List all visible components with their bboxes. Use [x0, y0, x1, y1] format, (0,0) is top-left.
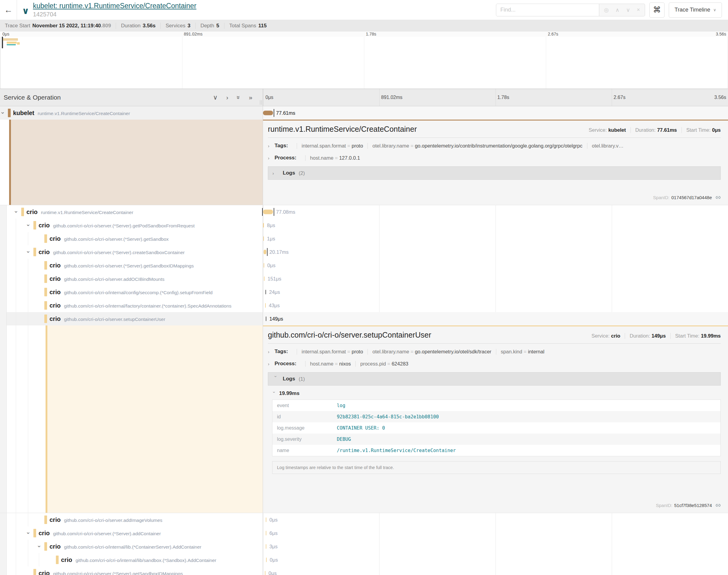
minimap-canvas[interactable]	[0, 37, 728, 89]
span-duration-label: 8μs	[267, 223, 275, 228]
span-row-timeline[interactable]: 43μs	[263, 299, 728, 312]
span-row-left[interactable]: ›kubeletruntime.v1.RuntimeService/Create…	[0, 106, 263, 120]
span-row-timeline[interactable]: 0μs	[263, 513, 728, 527]
span-row-timeline[interactable]: 8μs	[263, 218, 728, 232]
expand-chevron-icon[interactable]: ›	[0, 110, 6, 115]
span-row[interactable]: criogithub.com/cri-o/cri-o/server.(*Serv…	[0, 232, 728, 245]
accordion-process[interactable]: ›Process:host.name = nixosprocess.pid = …	[268, 358, 721, 370]
collapse-trace-chevron-icon[interactable]: ∨	[22, 5, 29, 16]
span-row-timeline[interactable]: 149μs	[263, 312, 728, 326]
span-row[interactable]: criogithub.com/cri-o/cri-o/internal/lib/…	[0, 553, 728, 567]
expand-chevron-icon[interactable]: ›	[13, 209, 20, 214]
span-row-left[interactable]: criogithub.com/cri-o/cri-o/server.(*Serv…	[0, 567, 263, 575]
span-row-timeline[interactable]: 151μs	[263, 272, 728, 285]
span-row-left[interactable]: criogithub.com/cri-o/cri-o/internal/fact…	[0, 299, 263, 312]
detail-title-row: github.com/cri-o/cri-o/server.setupConta…	[268, 331, 721, 339]
keyboard-shortcuts-button[interactable]: ⌘	[649, 2, 664, 18]
expand-chevron-icon[interactable]: ›	[25, 223, 32, 228]
span-row-left[interactable]: ›criogithub.com/cri-o/cri-o/server.(*Ser…	[0, 218, 263, 232]
span-row[interactable]: ›criogithub.com/cri-o/cri-o/server.(*Ser…	[0, 245, 728, 259]
total-spans-value: 115	[259, 23, 267, 29]
span-row-timeline[interactable]: 0μs	[263, 567, 728, 575]
next-result-icon[interactable]: ∨	[626, 7, 630, 13]
span-row[interactable]: criogithub.com/cri-o/cri-o/server.setupC…	[0, 312, 728, 326]
clear-search-icon[interactable]: ×	[637, 7, 640, 13]
span-row[interactable]: ›criogithub.com/cri-o/cri-o/internal/lib…	[0, 540, 728, 553]
trace-summary-bar: Trace Start November 15 2022, 11:19:40.8…	[0, 20, 728, 32]
span-row-labels: criogithub.com/cri-o/cri-o/server.(*Serv…	[39, 530, 161, 537]
minimap-scrubber-handle[interactable]	[2, 37, 3, 48]
log-field-value[interactable]: log	[337, 403, 345, 408]
span-duration-label: 0μs	[269, 517, 277, 523]
indent-gutter	[0, 527, 7, 540]
span-row-left[interactable]: ›crioruntime.v1.RuntimeService/CreateCon…	[0, 205, 263, 218]
depth-label: Depth	[200, 23, 214, 29]
log-field-value[interactable]: CONTAINER USER: 0	[337, 425, 385, 431]
expand-all-icon[interactable]: »	[249, 94, 253, 101]
trace-view-selector[interactable]: Trace Timeline ∨	[669, 2, 722, 18]
collapse-one-icon[interactable]: ∨	[213, 94, 218, 101]
span-duration-label: 24μs	[269, 289, 280, 295]
log-field-value[interactable]: DEBUG	[337, 437, 351, 442]
find-input[interactable]	[496, 4, 599, 16]
span-row-left[interactable]: criogithub.com/cri-o/cri-o/server.addOCI…	[0, 272, 263, 285]
span-row[interactable]: criogithub.com/cri-o/cri-o/server.addIma…	[0, 513, 728, 527]
span-row-left[interactable]: criogithub.com/cri-o/cri-o/server.(*Serv…	[0, 259, 263, 272]
prev-result-icon[interactable]: ∧	[615, 7, 619, 13]
span-row[interactable]: criogithub.com/cri-o/cri-o/server.(*Serv…	[0, 567, 728, 575]
overview-item: Service:crio	[587, 333, 620, 339]
collapse-all-icon[interactable]: »	[235, 96, 242, 99]
column-resizer-handle[interactable]	[260, 100, 262, 105]
span-row[interactable]: ›criogithub.com/cri-o/cri-o/server.(*Ser…	[0, 527, 728, 540]
span-row-timeline[interactable]: 0μs	[263, 553, 728, 567]
span-row-timeline[interactable]: 20.17ms	[263, 245, 728, 259]
deep-link-icon[interactable]	[716, 195, 721, 200]
span-row-timeline[interactable]: 6μs	[263, 527, 728, 540]
logs-accordion-header[interactable]: ›Logs(2)	[268, 166, 721, 180]
section-label: Process:	[274, 155, 296, 161]
span-row[interactable]: criogithub.com/cri-o/cri-o/internal/fact…	[0, 299, 728, 312]
minimap-tick-label: 3.56s	[716, 32, 726, 36]
span-row-timeline[interactable]: 1μs	[263, 232, 728, 245]
expand-chevron-icon[interactable]: ›	[25, 249, 32, 255]
span-row-left[interactable]: criogithub.com/cri-o/cri-o/server.setupC…	[0, 312, 263, 326]
detail-tint-region	[11, 120, 263, 205]
log-entry-header[interactable]: ›19.99ms	[272, 391, 721, 397]
span-row-timeline[interactable]: 77.08ms	[263, 205, 728, 218]
span-row-left[interactable]: criogithub.com/cri-o/cri-o/server.(*Serv…	[0, 232, 263, 245]
trace-title-link[interactable]: kubelet: runtime.v1.RuntimeService/Creat…	[33, 2, 196, 10]
expand-one-icon[interactable]: ›	[226, 94, 228, 101]
back-button[interactable]: ←	[0, 0, 17, 20]
span-row-left[interactable]: criogithub.com/cri-o/cri-o/server.addIma…	[0, 513, 263, 527]
log-field-value[interactable]: /runtime.v1.RuntimeService/CreateContain…	[337, 448, 456, 453]
span-row-left[interactable]: ›criogithub.com/cri-o/cri-o/server.(*Ser…	[0, 527, 263, 540]
span-row[interactable]: ›crioruntime.v1.RuntimeService/CreateCon…	[0, 205, 728, 218]
log-field-value[interactable]: 92b82381-025c-4a64-815c-ba2e1bb08100	[337, 414, 439, 419]
expand-chevron-icon[interactable]: ›	[36, 544, 43, 549]
span-row-left[interactable]: criogithub.com/cri-o/cri-o/internal/lib/…	[0, 553, 263, 567]
tag-key-value: span.kind = internal	[496, 349, 544, 354]
deep-link-icon[interactable]	[716, 503, 721, 508]
span-row-left[interactable]: ›criogithub.com/cri-o/cri-o/internal/lib…	[0, 540, 263, 553]
accordion-process[interactable]: ›Process:host.name = 127.0.0.1	[268, 152, 721, 164]
span-row-left[interactable]: criogithub.com/cri-o/cri-o/internal/conf…	[0, 285, 263, 299]
span-row[interactable]: ›kubeletruntime.v1.RuntimeService/Create…	[0, 106, 728, 120]
span-row[interactable]: ›criogithub.com/cri-o/cri-o/server.(*Ser…	[0, 218, 728, 232]
accordion-tags[interactable]: ›Tags:internal.span.format = protootel.l…	[268, 345, 721, 358]
locate-span-icon[interactable]: ◎	[604, 7, 609, 13]
service-color-bar	[44, 288, 47, 296]
span-row-labels: criogithub.com/cri-o/cri-o/internal/lib/…	[61, 556, 216, 564]
span-row-timeline[interactable]: 24μs	[263, 285, 728, 299]
span-row-timeline[interactable]: 0μs	[263, 259, 728, 272]
service-color-bar	[56, 555, 59, 564]
chevron-down-icon: ›	[272, 391, 277, 396]
logs-accordion-header[interactable]: ›Logs(1)	[268, 372, 721, 385]
span-row[interactable]: criogithub.com/cri-o/cri-o/internal/conf…	[0, 285, 728, 299]
expand-chevron-icon[interactable]: ›	[25, 531, 32, 536]
accordion-tags[interactable]: ›Tags:internal.span.format = protootel.l…	[268, 140, 721, 152]
span-row-timeline[interactable]: 77.61ms	[263, 106, 728, 120]
span-row-left[interactable]: ›criogithub.com/cri-o/cri-o/server.(*Ser…	[0, 245, 263, 259]
span-row-timeline[interactable]: 3μs	[263, 540, 728, 553]
span-row[interactable]: criogithub.com/cri-o/cri-o/server.addOCI…	[0, 272, 728, 285]
span-row[interactable]: criogithub.com/cri-o/cri-o/server.(*Serv…	[0, 259, 728, 272]
